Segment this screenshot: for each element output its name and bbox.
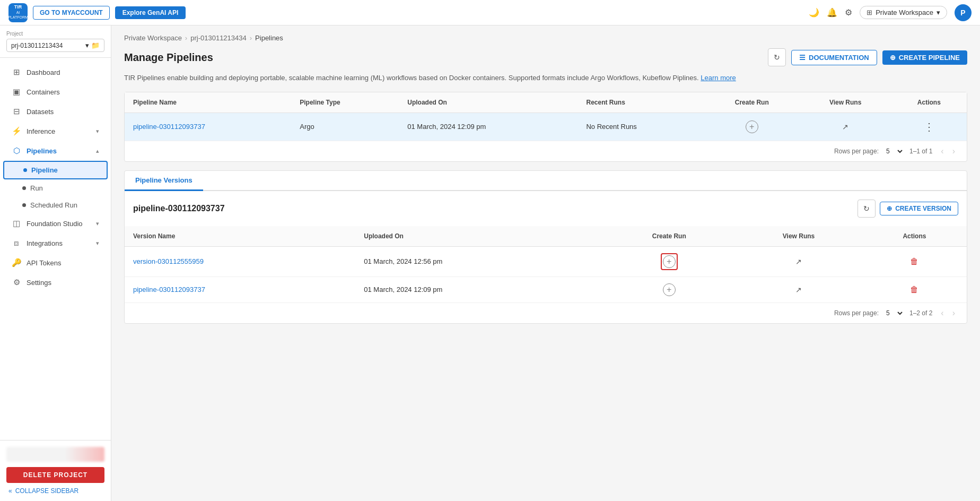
- page-title: Manage Pipelines: [124, 51, 213, 64]
- rows-per-page-select[interactable]: 5 10 25: [882, 146, 904, 157]
- main-content: Private Workspace › prj-013011213434 › P…: [111, 25, 980, 501]
- chevron-up-icon: ▴: [96, 148, 99, 154]
- sidebar-item-dashboard[interactable]: ⊞ Dashboard: [3, 63, 108, 82]
- workspace-selector[interactable]: ⊞ Private Workspace ▾: [860, 6, 947, 19]
- tab-pipeline-versions[interactable]: Pipeline Versions: [125, 171, 203, 191]
- col-create-run: Create Run: [704, 92, 800, 113]
- col-uploaded-on: Uploaded On: [399, 92, 578, 113]
- topnav: TIRAI PLATFORM GO TO MYACCOUNT Explore G…: [0, 0, 980, 25]
- pipelines-table: Pipeline Name Pipeline Type Uploaded On …: [125, 92, 967, 141]
- delete-version-button[interactable]: 🗑: [907, 284, 922, 296]
- pipelines-icon: ⬡: [12, 146, 21, 156]
- next-page-button[interactable]: ›: [949, 307, 958, 319]
- explore-genai-button[interactable]: Explore GenAI API: [115, 6, 186, 19]
- sidebar-item-label: Pipelines: [27, 147, 57, 155]
- pipeline-name-link[interactable]: pipeline-030112093737: [133, 123, 205, 131]
- create-run-button[interactable]: +: [746, 120, 758, 133]
- run-label: Run: [30, 184, 43, 192]
- version-name-link[interactable]: version-030112555959: [133, 257, 204, 265]
- prev-page-button[interactable]: ‹: [938, 145, 947, 157]
- versions-header: pipeline-030112093737 ↻ ⊕ CREATE VERSION: [125, 191, 967, 226]
- project-select-dropdown[interactable]: prj-013011213434 ▾ 📁: [6, 39, 104, 52]
- sidebar-item-label: Datasets: [27, 108, 54, 116]
- chevron-down-icon: ▾: [96, 240, 99, 247]
- versions-refresh-button[interactable]: ↻: [858, 200, 876, 218]
- col-version-name: Version Name: [125, 226, 355, 247]
- page-header: Manage Pipelines ↻ ☰ DOCUMENTATION ⊕ CRE…: [124, 48, 967, 66]
- learn-more-link[interactable]: Learn more: [701, 74, 736, 82]
- sidebar-item-label: Settings: [27, 279, 51, 287]
- inference-icon: ⚡: [12, 126, 21, 136]
- go-to-myaccount-button[interactable]: GO TO MYACCOUNT: [33, 6, 110, 20]
- foundation-studio-icon: ◫: [12, 219, 21, 228]
- version-uploaded-on-cell: 01 March, 2024 12:09 pm: [355, 277, 603, 303]
- actions-menu-button[interactable]: ⋮: [921, 119, 938, 134]
- sidebar-item-inference[interactable]: ⚡ Inference ▾: [3, 122, 108, 141]
- sidebar-item-scheduled-run[interactable]: Scheduled Run: [3, 197, 108, 213]
- col-pipeline-name: Pipeline Name: [125, 92, 291, 113]
- pipeline-type-cell: Argo: [291, 113, 399, 141]
- sidebar-bottom: DELETE PROJECT « COLLAPSE SIDEBAR: [0, 440, 111, 501]
- pipelines-subnav: Pipeline Run Scheduled Run: [3, 161, 108, 213]
- pipeline-label: Pipeline: [31, 166, 58, 174]
- create-run-button[interactable]: +: [663, 283, 676, 296]
- table-footer: Rows per page: 5 10 25 1–1 of 1 ‹ ›: [125, 141, 967, 161]
- workspace-label: Private Workspace: [876, 8, 933, 16]
- recent-runs-cell: No Recent Runs: [578, 113, 704, 141]
- view-runs-button[interactable]: ↗: [842, 123, 848, 131]
- rows-per-page-select[interactable]: 5 10 25: [882, 308, 904, 318]
- refresh-icon: ↻: [774, 53, 780, 62]
- sidebar-item-label: Foundation Studio: [27, 220, 83, 228]
- settings-icon[interactable]: ⚙: [845, 7, 852, 18]
- create-run-button-highlighted[interactable]: +: [663, 255, 676, 268]
- sidebar-item-pipelines[interactable]: ⬡ Pipelines ▴: [3, 141, 108, 160]
- breadcrumb-separator: ›: [250, 34, 252, 42]
- create-version-button[interactable]: ⊕ CREATE VERSION: [880, 202, 958, 215]
- project-selector: Project prj-013011213434 ▾ 📁: [0, 25, 111, 58]
- pagination-info: 1–1 of 1: [909, 148, 932, 155]
- dot-icon: [22, 203, 26, 207]
- sidebar-item-api-tokens[interactable]: 🔑 API Tokens: [3, 253, 108, 272]
- docs-icon: ☰: [799, 54, 806, 62]
- sidebar-item-settings[interactable]: ⚙ Settings: [3, 273, 108, 292]
- logo: TIRAI PLATFORM: [8, 3, 28, 22]
- delete-project-button[interactable]: DELETE PROJECT: [6, 467, 104, 483]
- settings-icon: ⚙: [12, 278, 21, 287]
- docs-label: DOCUMENTATION: [809, 54, 869, 62]
- sidebar-item-run[interactable]: Run: [3, 180, 108, 196]
- breadcrumb-separator: ›: [185, 34, 187, 42]
- create-pipeline-button[interactable]: ⊕ CREATE PIPELINE: [882, 50, 967, 65]
- next-page-button[interactable]: ›: [949, 145, 958, 157]
- chevron-down-icon: ▾: [85, 41, 89, 49]
- avatar[interactable]: P: [955, 4, 972, 21]
- breadcrumb-workspace[interactable]: Private Workspace: [124, 34, 182, 42]
- breadcrumb-project[interactable]: prj-013011213434: [190, 34, 247, 42]
- table-row: version-030112555959 01 March, 2024 12:5…: [125, 246, 967, 277]
- refresh-button[interactable]: ↻: [768, 48, 786, 66]
- prev-page-button[interactable]: ‹: [938, 307, 947, 319]
- sidebar-item-label: Integrations: [27, 239, 63, 247]
- versions-table-footer: Rows per page: 5 10 25 1–2 of 2 ‹ ›: [125, 303, 967, 323]
- sidebar-item-pipeline[interactable]: Pipeline: [3, 161, 108, 179]
- workspace-icon: ⊞: [867, 8, 872, 16]
- version-name-link[interactable]: pipeline-030112093737: [133, 286, 205, 293]
- view-runs-button[interactable]: ↗: [795, 257, 802, 266]
- view-runs-button[interactable]: ↗: [795, 286, 802, 294]
- delete-version-button[interactable]: 🗑: [907, 256, 922, 267]
- sidebar-item-integrations[interactable]: ⧈ Integrations ▾: [3, 234, 108, 253]
- sidebar-item-containers[interactable]: ▣ Containers: [3, 82, 108, 101]
- pipelines-table-card: Pipeline Name Pipeline Type Uploaded On …: [124, 92, 967, 162]
- project-id: prj-013011213434: [11, 42, 63, 49]
- pagination-info: 1–2 of 2: [909, 309, 932, 317]
- notifications-icon[interactable]: 🔔: [827, 7, 837, 18]
- dark-mode-icon[interactable]: 🌙: [809, 7, 819, 18]
- pipeline-versions-card: Pipeline Versions pipeline-030112093737 …: [124, 170, 967, 324]
- dashboard-icon: ⊞: [12, 67, 21, 77]
- containers-icon: ▣: [12, 87, 21, 97]
- documentation-button[interactable]: ☰ DOCUMENTATION: [791, 50, 877, 65]
- table-row: pipeline-030112093737 Argo 01 March, 202…: [125, 113, 967, 141]
- sidebar-item-foundation-studio[interactable]: ◫ Foundation Studio ▾: [3, 214, 108, 233]
- col-view-runs: View Runs: [735, 226, 862, 247]
- collapse-sidebar-button[interactable]: « COLLAPSE SIDEBAR: [6, 483, 104, 495]
- sidebar-item-datasets[interactable]: ⊟ Datasets: [3, 102, 108, 121]
